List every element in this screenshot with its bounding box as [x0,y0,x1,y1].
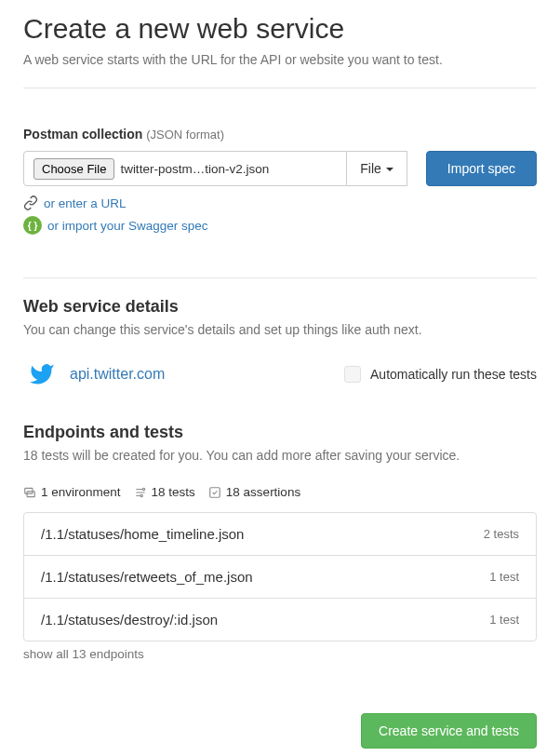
endpoint-path: /1.1/statuses/home_timeline.json [41,526,244,542]
divider [23,277,537,278]
endpoint-row[interactable]: /1.1/statuses/retweets_of_me.json 1 test [24,556,536,599]
file-dropdown-label: File [360,161,381,176]
endpoint-path: /1.1/statuses/destroy/:id.json [41,612,218,628]
details-desc: You can change this service's details an… [23,322,537,337]
service-url-link[interactable]: api.twitter.com [70,366,165,383]
import-hint: (JSON format) [146,128,224,142]
svg-point-3 [140,494,142,496]
divider [23,88,537,88]
page-title: Create a new web service [23,13,537,45]
endpoint-list: /1.1/statuses/home_timeline.json 2 tests… [23,512,537,641]
endpoint-test-count: 1 test [489,570,519,584]
page-subtitle: A web service starts with the URL for th… [23,52,537,67]
stat-assertions-text: 18 assertions [226,485,300,499]
endpoint-test-count: 1 test [489,613,519,627]
endpoints-heading: Endpoints and tests [23,423,537,442]
stat-assertions: 18 assertions [208,485,300,499]
import-label-text: Postman collection [23,127,142,142]
file-type-dropdown[interactable]: File [347,151,407,186]
stat-environments: 1 environment [23,485,121,499]
stat-env-text: 1 environment [41,485,121,499]
auto-run-label: Automatically run these tests [370,367,537,382]
endpoints-desc: 18 tests will be created for you. You ca… [23,448,537,463]
sliders-icon [134,486,147,499]
file-input[interactable]: Choose File twitter-postm…tion-v2.json [23,151,347,186]
endpoint-row[interactable]: /1.1/statuses/destroy/:id.json 1 test [24,599,536,641]
import-label: Postman collection (JSON format) [23,127,224,142]
stat-tests: 18 tests [134,485,195,499]
endpoint-path: /1.1/statuses/retweets_of_me.json [41,569,253,585]
show-all-endpoints-link[interactable]: show all 13 endpoints [23,647,537,661]
choose-file-button[interactable]: Choose File [33,158,114,180]
link-icon [23,196,38,210]
twitter-icon [27,359,57,389]
swagger-icon: { } [23,216,42,235]
svg-point-2 [142,488,144,490]
details-heading: Web service details [23,297,537,317]
svg-rect-4 [210,487,220,497]
selected-file-name: twitter-postm…tion-v2.json [120,162,269,176]
endpoint-test-count: 2 tests [484,527,519,541]
chevron-down-icon [386,168,393,171]
import-spec-button[interactable]: Import spec [426,151,537,186]
import-swagger-link[interactable]: or import your Swagger spec [47,219,208,233]
create-service-button[interactable]: Create service and tests [361,713,537,749]
auto-run-checkbox[interactable] [344,366,361,383]
stack-icon [23,486,36,499]
check-square-icon [208,486,221,499]
endpoint-row[interactable]: /1.1/statuses/home_timeline.json 2 tests [24,513,536,556]
enter-url-link[interactable]: or enter a URL [44,196,127,210]
stat-tests-text: 18 tests [152,485,195,499]
